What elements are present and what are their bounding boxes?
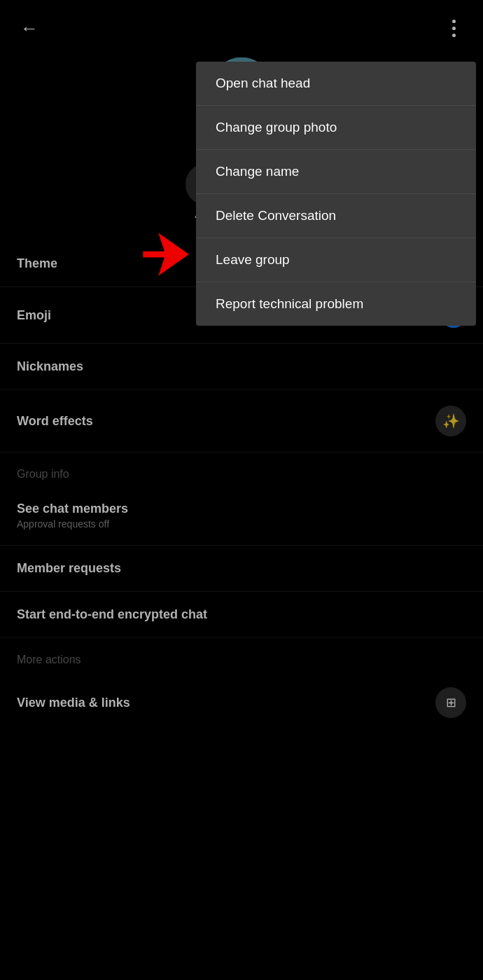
dropdown-change-name[interactable]: Change name bbox=[196, 150, 476, 194]
delete-conversation-label: Delete Conversation bbox=[216, 208, 336, 223]
change-group-photo-label: Change group photo bbox=[216, 120, 337, 134]
dropdown-change-group-photo[interactable]: Change group photo bbox=[196, 106, 476, 150]
dropdown-menu: Open chat head Change group photo Change… bbox=[196, 62, 476, 326]
leave-group-label: Leave group bbox=[216, 252, 290, 267]
open-chat-head-label: Open chat head bbox=[216, 76, 310, 90]
dropdown-open-chat-head[interactable]: Open chat head bbox=[196, 62, 476, 106]
dropdown-report-technical[interactable]: Report technical problem bbox=[196, 282, 476, 326]
dropdown-delete-conversation[interactable]: Delete Conversation bbox=[196, 194, 476, 238]
dropdown-leave-group[interactable]: Leave group bbox=[196, 238, 476, 282]
report-technical-label: Report technical problem bbox=[216, 296, 363, 311]
change-name-label: Change name bbox=[216, 164, 299, 179]
